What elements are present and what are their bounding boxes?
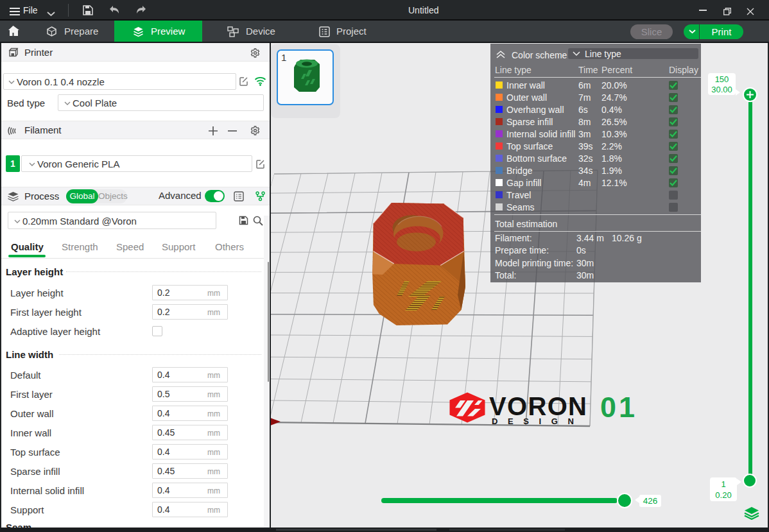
svg-text:01: 01 bbox=[600, 391, 637, 424]
